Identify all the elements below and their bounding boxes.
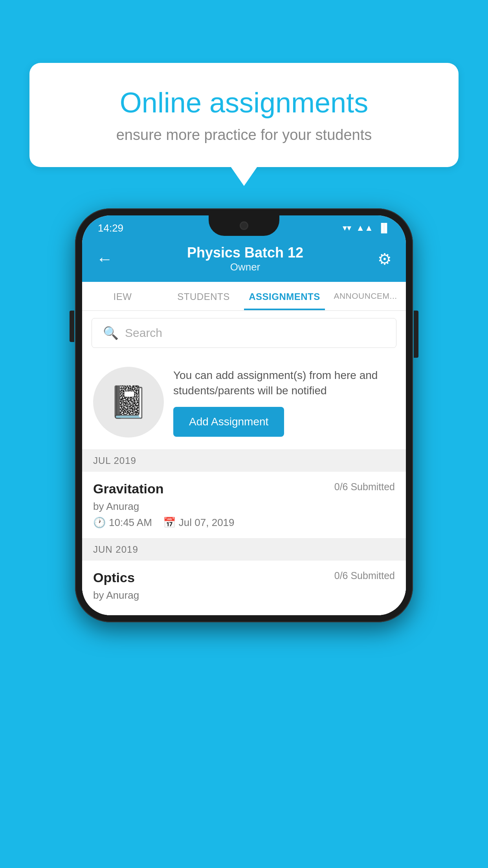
month-separator-jun: JUN 2019 (82, 539, 406, 561)
search-placeholder: Search (125, 326, 162, 340)
assignment-header: Gravitation 0/6 Submitted (93, 481, 395, 497)
phone-screen: 14:29 ▾▾ ▲▲ ▐▌ ← Physics Batch 12 Owner … (82, 215, 406, 615)
status-icons: ▾▾ ▲▲ ▐▌ (343, 223, 390, 233)
wifi-icon: ▾▾ (343, 223, 351, 233)
clock-icon: 🕐 (93, 517, 106, 529)
tab-announcements[interactable]: ANNOUNCEM... (325, 282, 406, 310)
tab-assignments[interactable]: ASSIGNMENTS (244, 282, 325, 310)
assignment-item-gravitation[interactable]: Gravitation 0/6 Submitted by Anurag 🕐 10… (82, 472, 406, 539)
promo-description: You can add assignment(s) from here and … (173, 368, 395, 398)
phone-mockup: 14:29 ▾▾ ▲▲ ▐▌ ← Physics Batch 12 Owner … (75, 208, 413, 622)
assignment-title: Gravitation (93, 481, 163, 497)
status-time: 14:29 (98, 222, 123, 234)
tab-iew[interactable]: IEW (82, 282, 163, 310)
battery-icon: ▐▌ (378, 223, 390, 233)
optics-by: by Anurag (93, 589, 395, 601)
promo-text: You can add assignment(s) from here and … (173, 368, 395, 437)
camera (240, 221, 248, 230)
assignment-time: 🕐 10:45 AM (93, 517, 152, 529)
bubble-subtitle: ensure more practice for your students (57, 127, 431, 143)
calendar-icon: 📅 (163, 517, 176, 529)
header-center: Physics Batch 12 Owner (113, 245, 378, 273)
assignment-date: 📅 Jul 07, 2019 (163, 517, 235, 529)
promo-icon-circle: 📓 (93, 367, 164, 438)
month-separator-jul: JUL 2019 (82, 450, 406, 472)
content-area: 🔍 Search 📓 You can add assignment(s) fro… (82, 311, 406, 615)
speech-bubble: Online assignments ensure more practice … (29, 63, 459, 167)
tabs-bar: IEW STUDENTS ASSIGNMENTS ANNOUNCEM... (82, 282, 406, 311)
settings-icon[interactable]: ⚙ (378, 250, 392, 268)
search-bar: 🔍 Search (82, 311, 406, 355)
speech-bubble-container: Online assignments ensure more practice … (29, 63, 459, 167)
optics-title: Optics (93, 570, 135, 585)
assignment-meta: 🕐 10:45 AM 📅 Jul 07, 2019 (93, 517, 395, 529)
notebook-icon: 📓 (109, 384, 148, 421)
tab-students[interactable]: STUDENTS (163, 282, 244, 310)
optics-submitted: 0/6 Submitted (334, 570, 395, 581)
header-title: Physics Batch 12 (113, 245, 378, 261)
app-header: ← Physics Batch 12 Owner ⚙ (82, 237, 406, 282)
bubble-title: Online assignments (57, 86, 431, 119)
add-assignment-button[interactable]: Add Assignment (173, 407, 284, 437)
assignment-by: by Anurag (93, 500, 395, 513)
search-input-wrapper[interactable]: 🔍 Search (92, 318, 396, 348)
promo-section: 📓 You can add assignment(s) from here an… (82, 355, 406, 450)
phone-outer: 14:29 ▾▾ ▲▲ ▐▌ ← Physics Batch 12 Owner … (75, 208, 413, 622)
notch (209, 215, 279, 236)
assignment-submitted: 0/6 Submitted (334, 481, 395, 493)
header-subtitle: Owner (113, 261, 378, 273)
back-button[interactable]: ← (96, 251, 113, 267)
signal-icon: ▲▲ (356, 223, 373, 233)
assignment-item-optics[interactable]: Optics 0/6 Submitted by Anurag (82, 561, 406, 615)
search-icon: 🔍 (103, 326, 119, 340)
optics-header: Optics 0/6 Submitted (93, 570, 395, 585)
